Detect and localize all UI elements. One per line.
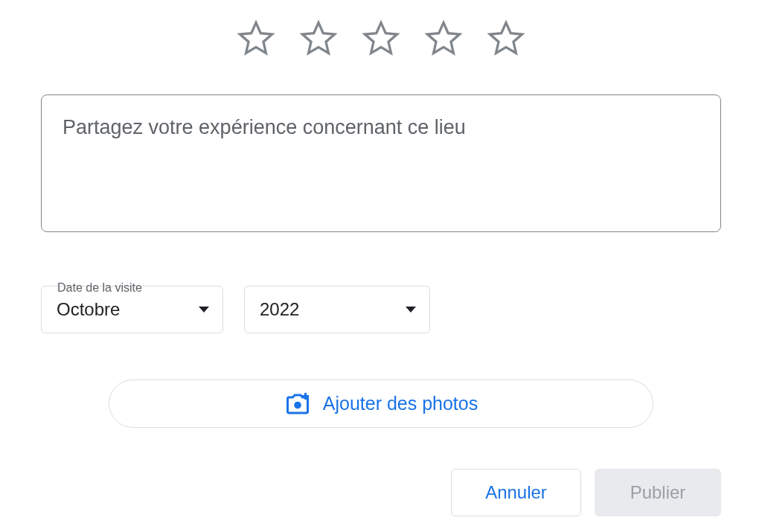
star-icon[interactable] <box>299 19 338 57</box>
camera-add-icon <box>284 391 311 417</box>
star-rating-row <box>41 19 721 57</box>
add-photos-button[interactable]: Ajouter des photos <box>109 379 653 428</box>
chevron-down-icon <box>406 307 416 313</box>
star-icon[interactable] <box>237 19 275 57</box>
publish-button[interactable]: Publier <box>595 469 721 516</box>
star-icon[interactable] <box>424 19 463 57</box>
visit-date-label: Date de la visite <box>57 281 721 295</box>
star-icon[interactable] <box>362 19 400 57</box>
action-button-row: Annuler Publier <box>41 469 721 516</box>
year-value: 2022 <box>260 299 299 320</box>
add-photos-label: Ajouter des photos <box>323 393 478 414</box>
visit-date-section: Date de la visite Octobre 2022 <box>41 281 721 333</box>
review-textarea[interactable] <box>41 94 721 232</box>
svg-rect-2 <box>302 395 309 397</box>
svg-point-0 <box>294 401 301 408</box>
star-icon[interactable] <box>487 19 525 57</box>
cancel-button[interactable]: Annuler <box>451 469 581 516</box>
month-value: Octobre <box>57 299 120 320</box>
chevron-down-icon <box>199 307 209 313</box>
